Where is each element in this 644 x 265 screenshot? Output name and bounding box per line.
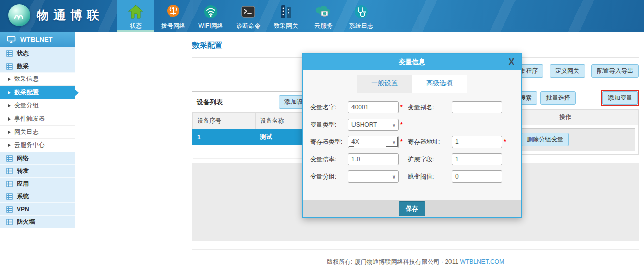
nav-label: 云服务 (314, 22, 333, 30)
sidebar-item-data-collect[interactable]: 数采 (0, 60, 75, 73)
register-address-label: 寄存器地址: (408, 138, 452, 146)
dialog-footer: 保存 (303, 200, 521, 217)
variable-name-label: 变量名字: (310, 103, 348, 112)
variable-group-field-wrap: ∨ (348, 170, 408, 183)
batch-select-button[interactable]: 批量选择 (540, 91, 576, 105)
sidebar-subitem-cloud-center[interactable]: 云服务中心 (0, 139, 75, 152)
nav-item-cloud-service[interactable]: 云服务 (305, 0, 342, 32)
sidebar-subitem-data-collect-info[interactable]: 数采信息 (0, 73, 75, 86)
variable-name-input[interactable] (348, 101, 399, 113)
operation-column-header: 操作 (553, 113, 638, 122)
close-icon[interactable]: X (509, 54, 514, 70)
variable-type-select[interactable]: USHORT ∨ (348, 119, 399, 131)
highlight-red-box: 添加变量 (601, 90, 639, 106)
top-bar: 物通博联 状态 拨号网络 WIFI网络 (0, 0, 644, 32)
dialog-title: 变量信息 (399, 58, 425, 66)
device-table-empty-row (193, 145, 318, 159)
sidebar-item-status[interactable]: 状态 (0, 47, 75, 60)
divider (192, 249, 639, 250)
sidebar-item-label: 数采 (17, 62, 29, 71)
sidebar-item-label: 防火墙 (17, 218, 35, 226)
sidebar-item-firewall[interactable]: 防火墙 (0, 216, 75, 228)
sidebar-subitem-event-trigger[interactable]: 事件触发器 (0, 112, 75, 126)
grid-icon (6, 63, 13, 70)
jump-threshold-field-wrap (452, 170, 509, 183)
variable-alias-input[interactable] (452, 101, 502, 113)
delete-group-variable-button[interactable]: 删除分组变量 (521, 133, 569, 146)
nav-item-dialup-network[interactable]: 拨号网络 (154, 0, 192, 32)
variable-group-select[interactable]: ∨ (348, 170, 399, 183)
tab-general-settings[interactable]: 一般设置 (357, 75, 412, 93)
required-asterisk: * (504, 138, 506, 145)
device-table-row[interactable]: 1 测试 (193, 129, 318, 145)
chevron-down-icon: ∨ (392, 174, 396, 180)
sidebar-item-application[interactable]: 应用 (0, 178, 75, 190)
sidebar-item-label: 状态 (17, 49, 29, 58)
sidebar-item-forward[interactable]: 转发 (0, 165, 75, 178)
nav-item-system-log[interactable]: 系统日志 (342, 0, 380, 32)
variable-ratio-label: 变量倍率: (310, 155, 348, 164)
variable-group-label: 变量分组: (310, 172, 348, 181)
nav-item-data-gateway[interactable]: 数采网关 (267, 0, 305, 32)
server-icon (277, 3, 295, 21)
device-panel-header: 设备列表 添加设备 (192, 92, 318, 112)
variable-ratio-input[interactable] (348, 153, 399, 165)
nav-label: WIFI网络 (198, 22, 223, 30)
register-type-select[interactable]: 4X ∨ (348, 136, 399, 148)
sidebar: WTBLNET 状态 数采 数采信息 数采配置 变量分组 事件触发器 网关日志 … (0, 32, 75, 265)
nav-item-wifi-network[interactable]: WIFI网络 (192, 0, 230, 32)
extend-field-input[interactable] (452, 153, 502, 165)
dialog-tabs: 一般设置 高级选项 (303, 75, 521, 93)
monitor-icon (7, 36, 16, 43)
tab-advanced-options[interactable]: 高级选项 (412, 75, 467, 93)
footer: 版权所有: 厦门物通博联网络科技有限公司 · 2011 WTBLNET.COM (192, 258, 639, 265)
sidebar-item-label: 网络 (17, 154, 29, 163)
sidebar-item-network[interactable]: 网络 (0, 152, 75, 165)
sidebar-subitem-data-collect-config[interactable]: 数采配置 (0, 86, 75, 99)
triangle-bullet-icon (8, 131, 11, 134)
device-no-cell: 1 (193, 129, 256, 145)
save-button[interactable]: 保存 (399, 201, 425, 216)
variable-name-field-wrap: * (348, 101, 408, 113)
jump-threshold-label: 跳变阈值: (408, 172, 452, 181)
stethoscope-icon (352, 3, 370, 21)
sidebar-item-vpn[interactable]: VPN (0, 203, 75, 216)
wave-mark-icon (12, 8, 27, 23)
grid-icon (6, 50, 13, 57)
nav-label: 数采网关 (274, 22, 298, 30)
terminal-icon (240, 3, 257, 21)
register-address-input[interactable] (452, 136, 502, 148)
dialog-form: 变量名字: * 变量别名: 变量类型: USHORT ∨ * 寄存器类型: 4X… (303, 93, 521, 185)
register-address-field-wrap: * (452, 136, 509, 148)
sidebar-subitem-variable-group[interactable]: 变量分组 (0, 99, 75, 112)
sidebar-subitem-label: 数采配置 (14, 88, 39, 97)
device-table-header-row: 设备序号 设备名称 (193, 113, 318, 129)
variable-alias-label: 变量别名: (408, 103, 452, 112)
sidebar-item-label: 应用 (17, 180, 29, 188)
sidebar-subitem-label: 云服务中心 (14, 141, 45, 150)
sidebar-item-label: 系统 (17, 192, 29, 201)
nav-item-status[interactable]: 状态 (117, 0, 154, 32)
sidebar-subitem-label: 数采信息 (14, 75, 39, 83)
device-list-panel: 设备列表 添加设备 设备序号 设备名称 1 测试 (192, 91, 319, 159)
grid-icon (6, 155, 13, 162)
top-nav: 状态 拨号网络 WIFI网络 (117, 0, 380, 32)
sidebar-item-label: VPN (17, 205, 29, 213)
jump-threshold-input[interactable] (452, 170, 502, 183)
add-variable-button[interactable]: 添加变量 (602, 91, 638, 105)
required-asterisk: * (400, 121, 403, 128)
sidebar-item-system[interactable]: 系统 (0, 190, 75, 203)
sidebar-subitem-label: 网关日志 (14, 128, 39, 136)
extend-field-label: 扩展字段: (408, 155, 452, 164)
home-icon (127, 3, 144, 21)
define-gateway-button[interactable]: 定义网关 (550, 64, 585, 78)
dialog-body-spacer (303, 185, 521, 200)
required-asterisk: * (400, 138, 403, 145)
antenna-icon (165, 3, 182, 21)
brand-orb-icon (8, 4, 30, 26)
nav-item-diagnostic-command[interactable]: 诊断命令 (230, 0, 267, 32)
triangle-bullet-icon (8, 78, 11, 81)
config-import-export-button[interactable]: 配置导入导出 (591, 64, 639, 78)
wtblnet-link[interactable]: WTBLNET.COM (460, 258, 504, 265)
sidebar-subitem-gateway-log[interactable]: 网关日志 (0, 126, 75, 139)
